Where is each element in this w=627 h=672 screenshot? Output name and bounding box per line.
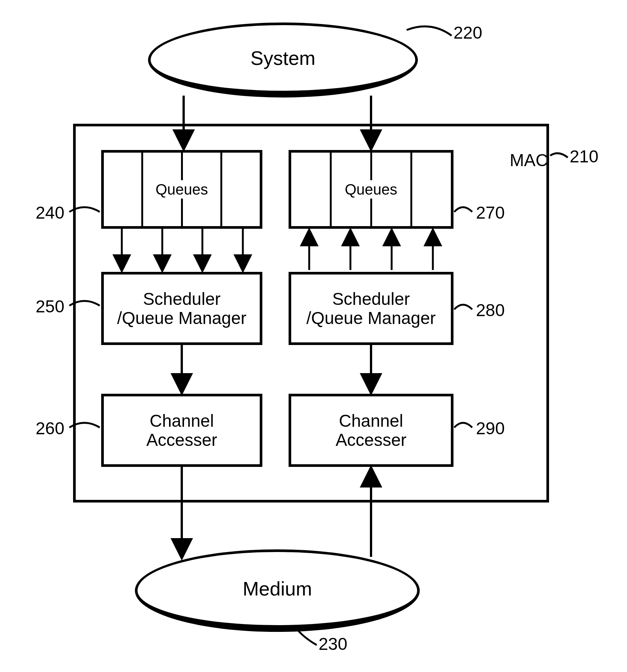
diagram-svg (0, 0, 627, 672)
